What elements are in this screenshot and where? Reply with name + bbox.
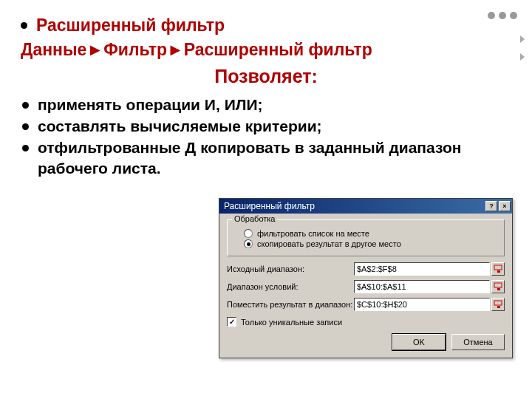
close-button[interactable]: ×	[499, 201, 511, 211]
svg-rect-0	[494, 265, 502, 270]
label-copy-to: Поместить результат в диапазон:	[227, 300, 354, 309]
main-title: Расширенный фильтр	[36, 15, 225, 37]
label-source-range: Исходный диапазон:	[227, 265, 354, 273]
side-marker	[520, 35, 525, 43]
advanced-filter-dialog: Расширенный фильтр ? × Обработка фильтро…	[219, 198, 513, 358]
range-picker-button[interactable]	[491, 280, 505, 293]
radio-filter-inplace[interactable]	[244, 229, 253, 238]
bullet-icon	[22, 102, 29, 109]
svg-rect-5	[497, 306, 500, 308]
close-icon: ×	[502, 203, 506, 210]
range-picker-button[interactable]	[491, 262, 505, 276]
svg-rect-1	[497, 270, 500, 273]
ok-button[interactable]: OK	[392, 334, 446, 350]
range-picker-button[interactable]	[491, 298, 505, 311]
cancel-button[interactable]: Отмена	[451, 334, 505, 350]
side-marker	[520, 53, 525, 61]
dialog-title: Расширенный фильтр	[224, 201, 484, 211]
help-button[interactable]: ?	[485, 201, 497, 211]
bullet-icon	[22, 145, 29, 151]
radio-label: фильтровать список на месте	[257, 229, 369, 238]
bullet-icon	[22, 123, 29, 130]
slide-content: Расширенный фильтр Данные►Фильтр►Расшире…	[0, 0, 532, 193]
svg-rect-4	[494, 301, 502, 305]
svg-rect-2	[494, 283, 502, 287]
dialog-titlebar[interactable]: Расширенный фильтр ? ×	[219, 199, 512, 214]
range-picker-icon	[494, 282, 502, 291]
decorative-dots	[488, 12, 517, 19]
range-picker-icon	[494, 265, 502, 273]
checkbox-unique[interactable]: ✓	[227, 317, 236, 327]
help-icon: ?	[489, 203, 494, 210]
bullet-icon	[21, 22, 27, 29]
subtitle: Позволяет:	[21, 66, 511, 87]
check-icon: ✓	[229, 318, 235, 326]
processing-fieldset: Обработка фильтровать список на месте ск…	[227, 219, 505, 256]
input-criteria-range[interactable]: $A$10:$A$11	[354, 280, 490, 293]
input-source-range[interactable]: $A$2:$F$8	[354, 262, 490, 276]
radio-copy-elsewhere[interactable]	[244, 239, 253, 248]
fieldset-legend: Обработка	[232, 214, 277, 223]
input-copy-to[interactable]: $C$10:$H$20	[354, 298, 490, 311]
menu-path: Данные►Фильтр►Расширенный фильтр	[21, 40, 511, 60]
label-criteria-range: Диапазон условий:	[227, 282, 354, 291]
list-item: составлять вычисляемые критерии;	[38, 116, 322, 136]
svg-rect-3	[497, 288, 500, 290]
radio-label: скопировать результат в другое место	[257, 239, 401, 248]
range-picker-icon	[494, 300, 502, 309]
list-item: отфильтрованные Д копировать в заданный …	[38, 137, 511, 178]
list-item: применять операции И, ИЛИ;	[38, 95, 263, 115]
bullet-list: применять операции И, ИЛИ; составлять вы…	[22, 95, 511, 178]
checkbox-label: Только уникальные записи	[241, 318, 342, 327]
